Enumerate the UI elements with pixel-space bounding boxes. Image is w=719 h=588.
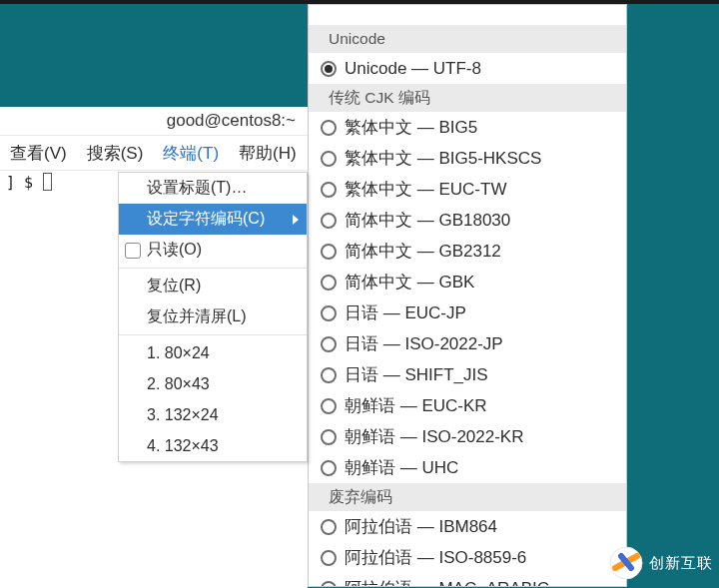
encoding-option-euckr[interactable]: 朝鲜语 — EUC-KR (309, 390, 626, 421)
menu-size-132x24[interactable]: 3. 132×24 (119, 399, 307, 430)
encoding-option-gbk[interactable]: 简体中文 — GBK (309, 267, 626, 297)
section-cjk: 传统 CJK 编码 (309, 84, 626, 112)
encoding-label: 简体中文 — GB2312 (345, 240, 501, 263)
menu-reset-clear[interactable]: 复位并清屏(L) (119, 301, 307, 332)
encoding-option-ibm864[interactable]: 阿拉伯语 — IBM864 (309, 511, 626, 542)
menu-size-80x43[interactable]: 2. 80×43 (119, 368, 307, 399)
encoding-label: 简体中文 — GBK (345, 271, 474, 294)
encoding-option-gb2312[interactable]: 简体中文 — GB2312 (309, 236, 626, 267)
section-obsolete: 废弃编码 (309, 483, 626, 511)
menu-separator (119, 334, 307, 335)
encoding-option-iso2022jp[interactable]: 日语 — ISO-2022-JP (309, 328, 626, 359)
menu-set-title[interactable]: 设置标题(T)… (119, 173, 307, 204)
encoding-label: Unicode — UTF-8 (345, 59, 481, 79)
encoding-label: 朝鲜语 — ISO-2022-KR (345, 425, 524, 448)
submenu-arrow-icon (293, 215, 299, 225)
radio-icon (321, 460, 337, 476)
readonly-checkbox[interactable] (125, 243, 141, 259)
encoding-option-macarabic[interactable]: 阿拉伯语 — MAC_ARABIC (309, 573, 626, 587)
encoding-label: 日语 — EUC-JP (345, 301, 466, 324)
radio-icon (321, 275, 337, 291)
encoding-option-iso88596[interactable]: 阿拉伯语 — ISO-8859-6 (309, 542, 626, 573)
radio-icon (321, 367, 337, 383)
menu-set-encoding-label: 设定字符编码(C) (147, 209, 265, 230)
radio-icon (321, 151, 337, 167)
encoding-panel: Unicode Unicode — UTF-8 传统 CJK 编码 繁体中文 —… (308, 4, 627, 587)
encoding-label: 简体中文 — GB18030 (345, 209, 510, 232)
encoding-label: 繁体中文 — BIG5-HKSCS (345, 147, 541, 170)
encoding-label: 朝鲜语 — EUC-KR (345, 394, 487, 417)
radio-icon (321, 305, 337, 321)
menu-terminal[interactable]: 终端(T) (153, 136, 229, 171)
encoding-option-iso2022kr[interactable]: 朝鲜语 — ISO-2022-KR (309, 421, 626, 452)
watermark-logo-icon (609, 546, 643, 580)
radio-icon (321, 244, 337, 260)
prompt-text: ] $ (6, 174, 42, 192)
encoding-option-big5hkscs[interactable]: 繁体中文 — BIG5-HKSCS (309, 143, 626, 174)
menu-separator (119, 268, 307, 269)
encoding-label: 阿拉伯语 — ISO-8859-6 (345, 546, 526, 569)
encoding-option-gb18030[interactable]: 简体中文 — GB18030 (309, 205, 626, 236)
encoding-label: 阿拉伯语 — IBM864 (345, 515, 497, 538)
desktop-background-right (627, 4, 719, 588)
menu-readonly[interactable]: 只读(O) (119, 235, 307, 266)
radio-icon (321, 398, 337, 414)
radio-icon (321, 120, 337, 136)
radio-icon (321, 550, 337, 566)
encoding-label: 阿拉伯语 — MAC_ARABIC (345, 577, 549, 587)
radio-icon (321, 581, 337, 588)
text-cursor (43, 173, 52, 191)
encoding-option-big5[interactable]: 繁体中文 — BIG5 (309, 112, 626, 143)
menu-readonly-label: 只读(O) (147, 240, 202, 261)
menu-bar: 查看(V) 搜索(S) 终端(T) 帮助(H) (0, 135, 308, 171)
menu-search[interactable]: 搜索(S) (77, 136, 154, 171)
encoding-option-euctw[interactable]: 繁体中文 — EUC-TW (309, 174, 626, 205)
encoding-label: 繁体中文 — EUC-TW (345, 178, 506, 201)
menu-size-80x24[interactable]: 1. 80×24 (119, 337, 307, 368)
radio-icon (321, 429, 337, 445)
menu-size-132x43[interactable]: 4. 132×43 (119, 430, 307, 461)
menu-set-encoding[interactable]: 设定字符编码(C) (119, 204, 307, 235)
radio-icon (321, 519, 337, 535)
encoding-option-uhc[interactable]: 朝鲜语 — UHC (309, 452, 626, 483)
menu-help[interactable]: 帮助(H) (229, 136, 307, 171)
encoding-label: 日语 — ISO-2022-JP (345, 332, 503, 355)
encoding-option-eucjp[interactable]: 日语 — EUC-JP (309, 297, 626, 328)
encoding-label: 日语 — SHIFT_JIS (345, 363, 488, 386)
terminal-submenu: 设置标题(T)… 设定字符编码(C) 只读(O) 复位(R) 复位并清屏(L) … (118, 172, 308, 462)
encoding-option-utf8[interactable]: Unicode — UTF-8 (309, 53, 626, 84)
menu-view[interactable]: 查看(V) (0, 136, 77, 171)
radio-icon (321, 182, 337, 198)
section-unicode: Unicode (309, 25, 626, 53)
watermark-text: 创新互联 (649, 554, 713, 573)
encoding-option-shiftjis[interactable]: 日语 — SHIFT_JIS (309, 359, 626, 390)
radio-icon (321, 61, 337, 77)
menu-reset[interactable]: 复位(R) (119, 271, 307, 301)
window-title: good@centos8:~ (0, 107, 308, 135)
encoding-label: 朝鲜语 — UHC (345, 456, 458, 479)
radio-icon (321, 336, 337, 352)
encoding-label: 繁体中文 — BIG5 (345, 116, 477, 139)
radio-icon (321, 213, 337, 229)
watermark: 创新互联 (609, 546, 713, 580)
